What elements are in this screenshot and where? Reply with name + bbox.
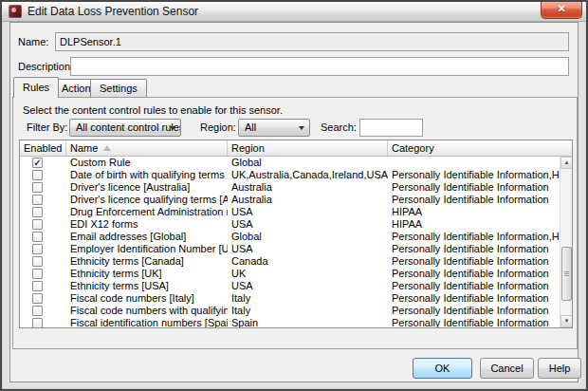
rule-checkbox[interactable] [32,306,43,316]
name-field[interactable] [55,32,569,51]
filter-by-label: Filter By: [27,119,67,137]
rule-region: Australia [228,194,388,206]
scroll-down-button[interactable]: ▼ [560,315,573,327]
table-row[interactable]: Driver's licence [Australia] Australia P… [20,181,560,194]
rule-name: Email addresses [Global] [66,231,228,243]
rule-checkbox[interactable] [32,232,43,242]
filter-by-value: All content control rules [76,121,181,133]
close-button[interactable]: ✕ [541,0,582,19]
column-header-enabled[interactable]: Enabled [20,140,66,156]
table-row[interactable]: Ethnicity terms [Canada] Canada Personal… [20,255,560,268]
edit-dlp-sensor-dialog: Edit Data Loss Prevention Sensor ✕ Name:… [0,0,588,391]
rule-region: USA [228,218,388,231]
rule-name: Fiscal identification numbers [Spain] [66,317,228,327]
scroll-up-button[interactable]: ▲ [560,157,573,169]
rule-region: Italy [228,305,388,317]
table-row[interactable]: EDI X12 forms USA HIPAA [20,218,560,231]
rule-region: USA [228,243,388,255]
rule-checkbox[interactable] [32,269,43,279]
column-header-category[interactable]: Category [388,140,572,156]
chevron-down-icon [299,126,304,130]
dialog-title: Edit Data Loss Prevention Sensor [28,5,198,18]
rule-checkbox[interactable] [32,207,43,217]
search-input[interactable] [359,119,423,137]
description-field[interactable] [70,57,569,76]
rule-category: HIPAA [388,218,560,231]
rule-checkbox[interactable] [32,182,43,193]
rule-name: Employer Identification Number [USA] [66,243,228,255]
region-value: All [245,121,256,133]
rule-checkbox[interactable] [32,293,43,304]
name-label: Name: [18,32,48,51]
tab-rules[interactable]: Rules [13,77,59,98]
region-label: Region: [200,119,236,137]
rule-category: Personally Identifiable Information [388,181,560,194]
rule-region: USA [228,280,388,292]
rule-name: Fiscal code numbers [Italy] [66,292,228,305]
rule-checkbox[interactable] [32,256,43,267]
column-header-name[interactable]: Name [66,140,228,156]
rule-checkbox[interactable] [32,318,43,327]
help-button[interactable]: Help [538,358,581,379]
rule-region: UK,Australia,Canada,Ireland,USA,New ... [228,169,388,181]
table-row[interactable]: Driver's licence qualifying terms [Austr… [20,194,560,206]
region-dropdown[interactable]: All [238,119,310,137]
column-header-region[interactable]: Region [228,140,388,156]
table-row[interactable]: Date of birth with qualifying terms [Glo… [20,169,560,181]
rule-category: Personally Identifiable Information [388,255,560,268]
rule-category: HIPAA [388,206,560,218]
cancel-button[interactable]: Cancel [480,358,534,379]
close-icon: ✕ [557,3,565,14]
rule-category: Personally Identifiable Information,HIPA… [388,231,560,243]
table-row[interactable]: Fiscal identification numbers [Spain] Sp… [20,317,560,327]
tab-settings[interactable]: Settings [90,79,147,97]
rule-checkbox[interactable]: ✓ [32,158,43,168]
rule-name: Ethnicity terms [USA] [66,280,228,292]
rule-name: Drug Enforcement Administration numb... [66,206,228,218]
scrollbar-thumb[interactable] [561,247,572,301]
table-row[interactable]: Employer Identification Number [USA] USA… [20,243,560,255]
rule-region: Italy [228,292,388,305]
rule-category: Personally Identifiable Information,HIPA… [388,169,560,181]
table-row[interactable]: Fiscal code numbers with qualifying ter.… [20,305,560,317]
chevron-down-icon [170,126,175,130]
rule-region: Global [228,231,388,243]
table-row[interactable]: Fiscal code numbers [Italy] Italy Person… [20,292,560,305]
rule-name: Driver's licence qualifying terms [Austr… [66,194,228,206]
rule-checkbox[interactable] [32,195,43,205]
rule-checkbox[interactable] [32,244,43,254]
rule-category: Personally Identifiable Information [388,317,560,327]
rule-name: Fiscal code numbers with qualifying ter.… [66,305,228,317]
table-row[interactable]: ✓ Custom Rule Global [20,157,560,169]
rule-name: EDI X12 forms [66,218,228,231]
rule-name: Ethnicity terms [Canada] [66,255,228,268]
table-row[interactable]: Email addresses [Global] Global Personal… [20,231,560,243]
rule-region: USA [228,206,388,218]
scrollbar-grip-icon [564,271,569,276]
rule-region: Global [228,157,388,169]
app-icon [9,5,22,18]
rule-region: Australia [228,181,388,194]
description-label: Description: [18,57,73,76]
rule-name: Driver's licence [Australia] [66,181,228,194]
scroll-down-icon: ▼ [564,318,570,324]
rule-category: Personally Identifiable Information [388,305,560,317]
table-row[interactable]: Ethnicity terms [USA] USA Personally Ide… [20,280,560,292]
rule-category: Personally Identifiable Information [388,292,560,305]
rule-name: Date of birth with qualifying terms [Glo… [66,169,228,181]
filter-by-dropdown[interactable]: All content control rules [69,119,181,137]
rule-name: Custom Rule [66,157,228,169]
rule-checkbox[interactable] [32,219,43,230]
rule-checkbox[interactable] [32,281,43,291]
titlebar[interactable]: Edit Data Loss Prevention Sensor [2,2,586,22]
rule-category: Personally Identifiable Information [388,243,560,255]
vertical-scrollbar[interactable]: ▲ ▼ [560,157,572,327]
table-body: ✓ Custom Rule Global Date of birth with … [20,157,560,327]
rules-tab-panel: Select the content control rules to enab… [12,97,578,349]
ok-button[interactable]: OK [413,358,472,379]
table-row[interactable]: Ethnicity terms [UK] UK Personally Ident… [20,268,560,280]
rule-checkbox[interactable] [32,170,43,180]
rule-category: Personally Identifiable Information [388,268,560,280]
rule-category: Personally Identifiable Information [388,280,560,292]
table-row[interactable]: Drug Enforcement Administration numb... … [20,206,560,218]
